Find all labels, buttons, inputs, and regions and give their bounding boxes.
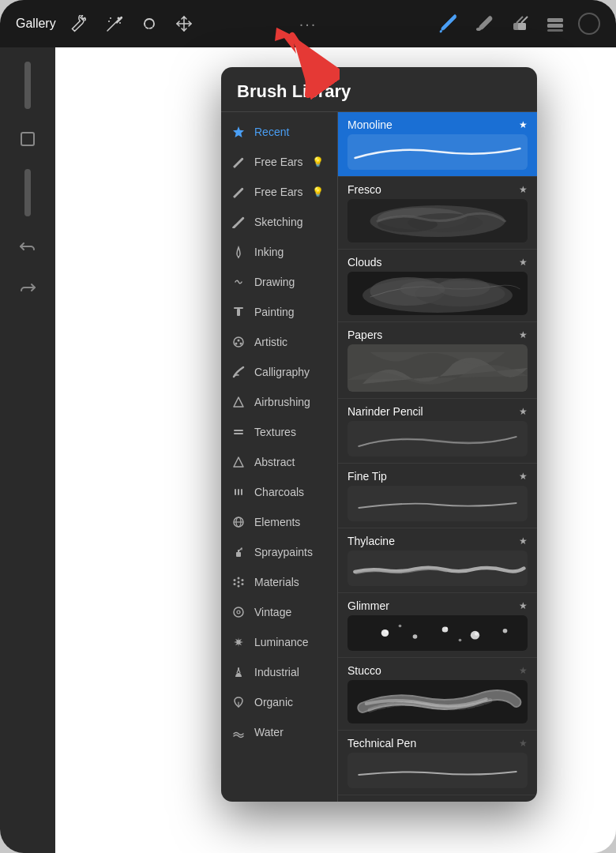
category-item-inking[interactable]: Inking	[221, 237, 337, 267]
selection-icon[interactable]	[138, 13, 160, 35]
category-item-spraypaints[interactable]: Spraypaints	[221, 537, 337, 567]
brush-name-fine-tip: Fine Tip	[347, 470, 387, 483]
brush-item-thylacine[interactable]: Thylacine ★	[338, 528, 537, 593]
category-label-free-ears-2: Free Ears	[254, 186, 302, 198]
layers-icon[interactable]	[543, 13, 567, 35]
brush-preview-stucco	[347, 680, 528, 723]
opacity-slider[interactable]	[24, 169, 31, 216]
color-picker[interactable]	[578, 13, 600, 35]
svg-point-32	[238, 585, 240, 588]
category-label-abstract: Abstract	[254, 456, 295, 468]
pen-icon-1	[231, 154, 246, 170]
brush-item-airbrush[interactable]: Medium Hard Airbrush ★	[338, 795, 537, 802]
category-item-calligraphy[interactable]: Calligraphy	[221, 357, 337, 387]
luminance-icon	[231, 634, 246, 650]
eraser-tool-icon[interactable]	[507, 11, 532, 36]
category-item-water[interactable]: Water	[221, 717, 337, 747]
undo-icon[interactable]	[10, 229, 45, 264]
category-item-materials[interactable]: Materials	[221, 567, 337, 597]
category-item-painting[interactable]: Painting	[221, 297, 337, 327]
svg-point-52	[385, 630, 389, 633]
star-narinder: ★	[519, 406, 528, 417]
brush-item-glimmer-header: Glimmer ★	[347, 599, 528, 612]
category-item-industrial[interactable]: Industrial	[221, 657, 337, 687]
brush-item-clouds[interactable]: Clouds ★	[338, 250, 537, 322]
brush-item-fine-tip-header: Fine Tip ★	[347, 470, 528, 483]
star-glimmer: ★	[519, 600, 528, 611]
magic-wand-icon[interactable]	[103, 13, 126, 35]
category-item-free-ears-1[interactable]: Free Ears 💡	[221, 147, 337, 177]
brush-library-panel: Brush Library Recent	[221, 67, 537, 802]
svg-rect-17	[234, 430, 243, 431]
brush-item-fine-tip[interactable]: Fine Tip ★	[338, 464, 537, 528]
free-ears-2-badge: 💡	[312, 186, 324, 197]
brush-item-technical-pen-header: Technical Pen ★	[347, 737, 528, 750]
category-list[interactable]: Recent Free Ears 💡	[221, 112, 338, 802]
svg-rect-11	[237, 309, 240, 316]
transform-icon[interactable]	[173, 13, 195, 35]
category-label-inking: Inking	[254, 246, 284, 258]
brush-name-stucco: Stucco	[347, 664, 381, 677]
brush-item-monoline[interactable]: Monoline ★	[338, 112, 537, 177]
svg-point-37	[234, 607, 243, 617]
smudge-tool-icon[interactable]	[471, 11, 496, 36]
brush-item-clouds-header: Clouds ★	[347, 256, 528, 269]
brush-item-glimmer[interactable]: Glimmer ★	[338, 593, 537, 658]
materials-icon	[231, 574, 246, 590]
brush-item-stucco[interactable]: Stucco ★	[338, 658, 537, 731]
svg-point-30	[238, 581, 240, 584]
category-item-airbrushing[interactable]: Airbrushing	[221, 387, 337, 417]
category-item-artistic[interactable]: Artistic	[221, 327, 337, 357]
category-item-organic[interactable]: Organic	[221, 687, 337, 717]
category-item-vintage[interactable]: Vintage	[221, 597, 337, 627]
svg-point-55	[445, 627, 448, 629]
vintage-icon	[231, 604, 246, 620]
svg-point-57	[475, 632, 479, 636]
category-item-textures[interactable]: Textures	[221, 417, 337, 447]
brush-preview-papers	[347, 344, 528, 392]
category-label-drawing: Drawing	[254, 276, 295, 288]
top-bar-right	[434, 11, 600, 36]
category-label-luminance: Luminance	[254, 636, 309, 648]
category-item-drawing[interactable]: Drawing	[221, 267, 337, 297]
category-label-textures: Textures	[254, 426, 296, 438]
category-item-luminance[interactable]: Luminance	[221, 627, 337, 657]
size-slider[interactable]	[24, 62, 31, 109]
category-item-elements[interactable]: Elements	[221, 507, 337, 537]
star-clouds: ★	[519, 257, 528, 268]
brush-tool-icon[interactable]	[434, 11, 460, 36]
svg-rect-21	[238, 489, 239, 495]
svg-marker-16	[234, 397, 243, 407]
star-technical-pen: ★	[519, 738, 528, 749]
category-item-free-ears-2[interactable]: Free Ears 💡	[221, 177, 337, 207]
brush-item-technical-pen[interactable]: Technical Pen ★	[338, 731, 537, 795]
brush-library-body: Recent Free Ears 💡	[221, 112, 537, 802]
brush-list[interactable]: Monoline ★ Fresco ★	[338, 112, 537, 802]
charcoals-icon	[231, 484, 246, 500]
category-item-charcoals[interactable]: Charcoals	[221, 477, 337, 507]
svg-point-1	[110, 17, 111, 19]
wrench-icon[interactable]	[69, 13, 91, 35]
brush-item-papers[interactable]: Papers ★	[338, 322, 537, 399]
redo-icon[interactable]	[10, 270, 45, 305]
category-item-sketching[interactable]: Sketching	[221, 207, 337, 237]
category-item-abstract[interactable]: Abstract	[221, 447, 337, 477]
svg-rect-8	[547, 24, 563, 28]
category-item-recent[interactable]: Recent	[221, 117, 337, 147]
industrial-icon	[231, 664, 246, 680]
brush-item-narinder-header: Narinder Pencil ★	[347, 405, 528, 418]
svg-point-15	[240, 343, 242, 345]
pen-icon-2	[231, 184, 246, 200]
gallery-button[interactable]: Gallery	[16, 17, 56, 31]
star-fresco: ★	[519, 184, 528, 195]
brush-preview-glimmer	[347, 615, 528, 651]
brush-name-thylacine: Thylacine	[347, 535, 395, 547]
abstract-icon	[231, 454, 246, 470]
square-tool[interactable]	[10, 122, 45, 156]
brush-item-fresco[interactable]: Fresco ★	[338, 177, 537, 250]
star-papers: ★	[519, 329, 528, 340]
svg-rect-18	[234, 433, 243, 434]
painting-icon	[231, 304, 246, 320]
svg-rect-10	[21, 133, 34, 145]
brush-item-narinder[interactable]: Narinder Pencil ★	[338, 399, 537, 464]
